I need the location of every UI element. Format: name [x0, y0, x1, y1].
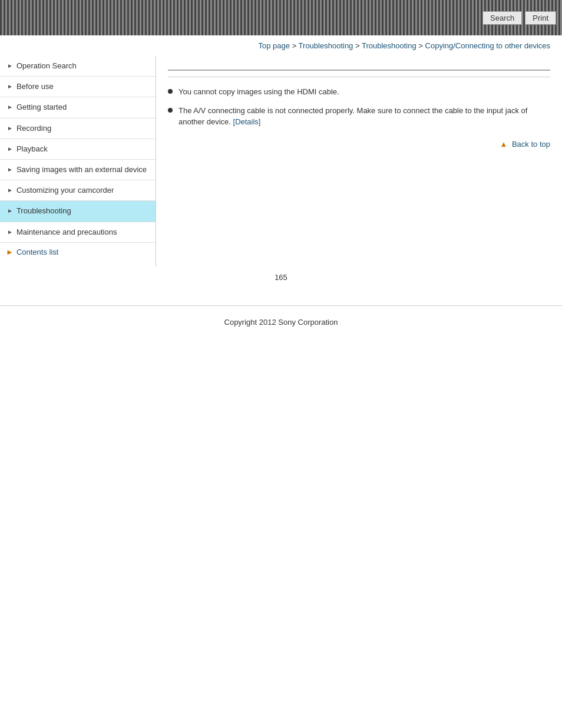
sidebar-label-playback: Playback — [16, 144, 150, 154]
breadcrumb-top-page[interactable]: Top page — [259, 41, 290, 50]
page-subtitle-line — [168, 74, 550, 77]
arrow-icon-playback: ► — [7, 145, 13, 153]
main-content: You cannot copy images using the HDMI ca… — [156, 56, 562, 160]
breadcrumb-sep-2: > — [355, 41, 362, 50]
arrow-icon-getting-started: ► — [7, 103, 13, 111]
page-number: 165 — [0, 267, 562, 288]
footer: Copyright 2012 Sony Corporation — [0, 305, 562, 338]
arrow-icon-recording: ► — [7, 124, 13, 133]
list-item: You cannot copy images using the HDMI ca… — [168, 86, 550, 98]
sidebar-item-operation-search[interactable]: ► Operation Search — [0, 56, 156, 77]
content-item-2-text: The A/V connecting cable is not connecte… — [178, 105, 550, 128]
sidebar-label-getting-started: Getting started — [16, 102, 150, 113]
breadcrumb-troubleshooting-1[interactable]: Troubleshooting — [299, 41, 353, 50]
arrow-icon-customizing: ► — [7, 186, 13, 195]
back-to-top-label: Back to top — [512, 140, 550, 149]
header: Search Print — [0, 0, 562, 35]
sidebar-item-customizing[interactable]: ► Customizing your camcorder — [0, 180, 156, 201]
sidebar-label-operation-search: Operation Search — [16, 61, 150, 71]
bullet-icon-2 — [168, 108, 173, 113]
page-layout: ► Operation Search ► Before use ► Gettin… — [0, 56, 562, 267]
back-to-top-icon: ▲ — [500, 140, 507, 149]
arrow-icon-operation-search: ► — [7, 62, 13, 70]
breadcrumb-troubleshooting-2[interactable]: Troubleshooting — [362, 41, 416, 50]
sidebar-item-before-use[interactable]: ► Before use — [0, 77, 156, 97]
sidebar-item-maintenance[interactable]: ► Maintenance and precautions — [0, 222, 156, 243]
list-item: The A/V connecting cable is not connecte… — [168, 105, 550, 128]
breadcrumb-sep-3: > — [418, 41, 425, 50]
sidebar-item-getting-started[interactable]: ► Getting started — [0, 97, 156, 118]
breadcrumb: Top page > Troubleshooting > Troubleshoo… — [0, 35, 562, 56]
sidebar-label-saving-images: Saving images with an external device — [16, 164, 150, 175]
arrow-icon-before-use: ► — [7, 83, 13, 91]
contents-list-link[interactable]: ► Contents list — [0, 243, 156, 261]
sidebar-label-recording: Recording — [16, 123, 150, 134]
sidebar-label-troubleshooting: Troubleshooting — [16, 206, 150, 216]
sidebar-item-saving-images[interactable]: ► Saving images with an external device — [0, 160, 156, 180]
breadcrumb-sep-1: > — [292, 41, 299, 50]
back-to-top[interactable]: ▲ Back to top — [168, 140, 550, 149]
sidebar: ► Operation Search ► Before use ► Gettin… — [0, 56, 156, 267]
sidebar-item-recording[interactable]: ► Recording — [0, 118, 156, 139]
details-link[interactable]: [Details] — [233, 117, 261, 126]
contents-list-label: Contents list — [16, 248, 59, 256]
arrow-icon-troubleshooting: ► — [7, 207, 13, 215]
bullet-icon-1 — [168, 89, 173, 94]
print-button[interactable]: Print — [525, 11, 556, 25]
sidebar-label-maintenance: Maintenance and precautions — [16, 227, 150, 238]
search-button[interactable]: Search — [482, 11, 522, 25]
arrow-icon-saving-images: ► — [7, 166, 13, 174]
content-list: You cannot copy images using the HDMI ca… — [168, 86, 550, 128]
sidebar-item-troubleshooting[interactable]: ► Troubleshooting — [0, 201, 156, 222]
contents-list-arrow-icon: ► — [6, 248, 14, 256]
sidebar-item-playback[interactable]: ► Playback — [0, 139, 156, 160]
page-title-area — [168, 56, 550, 71]
content-item-1-text: You cannot copy images using the HDMI ca… — [178, 86, 339, 98]
arrow-icon-maintenance: ► — [7, 228, 13, 236]
sidebar-label-customizing: Customizing your camcorder — [16, 185, 150, 196]
sidebar-label-before-use: Before use — [16, 81, 150, 92]
breadcrumb-copying[interactable]: Copying/Connecting to other devices — [425, 41, 550, 50]
copyright-text: Copyright 2012 Sony Corporation — [224, 318, 338, 327]
